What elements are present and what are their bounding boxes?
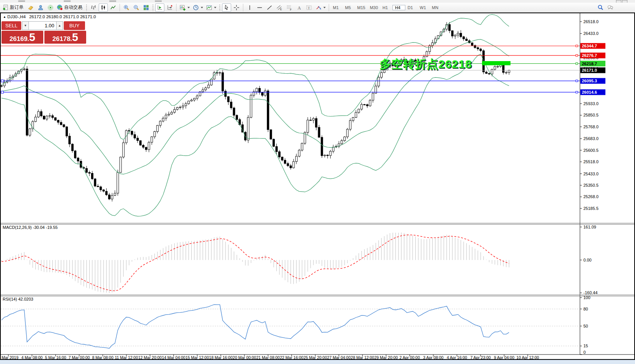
new-chart-dropdown[interactable] [178, 3, 191, 12]
crosshair-button[interactable] [232, 3, 241, 12]
svg-text:4 Apr 16:00: 4 Apr 16:00 [447, 355, 467, 359]
svg-text:14 Mar 04:00: 14 Mar 04:00 [162, 355, 185, 359]
annotation-text[interactable]: 多空转折点26218 [380, 57, 472, 72]
clipped-menu-row [0, 0, 635, 3]
auto-scroll-icon [157, 5, 163, 11]
line-chart-button[interactable] [109, 3, 118, 12]
bid-price[interactable]: 26169 . 5 [2, 31, 43, 44]
periodicity-dropdown[interactable] [192, 3, 204, 12]
svg-text:26171.0: 26171.0 [582, 68, 597, 72]
timeframe-w1-button[interactable]: W1 [418, 5, 430, 10]
svg-text:A: A [298, 5, 301, 10]
svg-text:26095.3: 26095.3 [582, 79, 597, 83]
fibonacci-button[interactable]: F [285, 3, 294, 12]
zoom-in-button[interactable] [122, 3, 131, 12]
dropdown-caret-icon [201, 7, 203, 8]
svg-text:26218.7: 26218.7 [582, 61, 597, 66]
toolbar-drag-handle[interactable] [219, 4, 221, 11]
text-button[interactable]: A [295, 3, 304, 12]
signals-button[interactable] [46, 3, 55, 12]
templates-dropdown[interactable] [205, 3, 217, 12]
tile-windows-button[interactable] [142, 3, 151, 12]
volume-decrease-button[interactable]: ▼ [22, 21, 29, 30]
timeframe-h1-button[interactable]: H1 [380, 5, 392, 10]
svg-text:50: 50 [583, 324, 588, 328]
svg-text:10 Apr 12:00: 10 Apr 12:00 [517, 355, 539, 359]
timeframe-m15-button[interactable]: M15 [355, 5, 367, 10]
candlestick-chart-button[interactable] [99, 3, 108, 12]
signals-icon [47, 5, 54, 11]
toolbar-separator [176, 4, 176, 11]
svg-text:25768.0: 25768.0 [583, 124, 599, 129]
cursor-icon [224, 5, 230, 11]
sell-button[interactable]: SELL [2, 21, 21, 30]
timeframe-h4-button[interactable]: H4 [392, 5, 405, 10]
chart-shift-button[interactable] [165, 3, 174, 12]
chart-canvas[interactable]: 26518.026433.026260.026183.025933.025850… [1, 13, 634, 359]
timeframe-group: M1M5M15M30H1H4D1W1MN [331, 5, 442, 10]
horizontal-line-button[interactable] [255, 3, 264, 12]
rsi-panel-layer: 1008050150 [1, 295, 590, 355]
cursor-button[interactable] [222, 3, 231, 12]
arrows-dropdown[interactable] [314, 3, 327, 12]
svg-text:25600.5: 25600.5 [583, 148, 599, 153]
vertical-line-icon [247, 5, 253, 11]
autotrading-button[interactable]: 自动交易 [56, 3, 84, 12]
market-watch-button[interactable] [26, 3, 35, 12]
zoom-out-icon [133, 5, 139, 11]
chat-button[interactable] [606, 3, 615, 12]
svg-text:21 Mar 08:00: 21 Mar 08:00 [256, 355, 280, 359]
dropdown-caret-icon [188, 7, 190, 8]
toolbar-right-group [596, 3, 635, 12]
volume-increase-button[interactable]: ▲ [56, 21, 63, 30]
auto-scroll-button[interactable] [155, 3, 164, 12]
svg-text:5 Mar 16:00: 5 Mar 16:00 [45, 355, 66, 359]
svg-text:26433.0: 26433.0 [583, 31, 599, 36]
bar-chart-button[interactable] [89, 3, 98, 12]
toolbar-drag-handle[interactable] [152, 4, 154, 11]
svg-text:9 Apr 04:00: 9 Apr 04:00 [494, 355, 514, 359]
chart-title: ▲ DJ30-,H4 26172.0 26180.0 26171.0 26171… [3, 14, 96, 19]
svg-text:15 Mar 12:00: 15 Mar 12:00 [186, 355, 209, 359]
trendline-button[interactable] [265, 3, 274, 12]
search-button[interactable] [596, 3, 605, 12]
text-label-button[interactable]: T [304, 3, 314, 12]
horizontal-line-icon [257, 5, 263, 11]
toolbar-separator [120, 4, 120, 11]
svg-text:20 Mar 00:00: 20 Mar 00:00 [233, 355, 256, 359]
svg-text:26276.7: 26276.7 [582, 53, 597, 58]
toolbar-separator [243, 4, 243, 11]
svg-text:1 Mar 2019: 1 Mar 2019 [1, 355, 19, 359]
profiles-button[interactable] [36, 3, 45, 12]
candles-layer [1, 22, 510, 202]
timeframe-m5-button[interactable]: M5 [343, 5, 355, 10]
svg-text:15: 15 [583, 344, 588, 348]
svg-text:12 Mar 20:00: 12 Mar 20:00 [138, 355, 162, 359]
svg-text:4 Mar 08:00: 4 Mar 08:00 [21, 355, 43, 359]
svg-text:26344.7: 26344.7 [582, 44, 597, 48]
ask-int: 26178 [52, 33, 70, 45]
profiles-icon [38, 5, 44, 11]
buy-button[interactable]: BUY [64, 21, 85, 30]
timeframe-mn-button[interactable]: MN [430, 5, 442, 10]
svg-text:7 Apr 23:00: 7 Apr 23:00 [470, 355, 491, 359]
timeframe-d1-button[interactable]: D1 [405, 5, 418, 10]
svg-text:18 Mar 16:00: 18 Mar 16:00 [209, 355, 233, 359]
timeframe-m1-button[interactable]: M1 [331, 5, 343, 10]
ask-price[interactable]: 26178 . 5 [44, 31, 86, 44]
svg-text:11 Mar 12:00: 11 Mar 12:00 [115, 355, 138, 359]
volume-input[interactable] [29, 21, 56, 30]
new-order-icon [3, 5, 9, 11]
new-order-button[interactable]: 新订单 [2, 3, 25, 12]
macd-indicator-label: MACD(12,26,9) -30.04 -19.55 [3, 225, 58, 230]
collapse-arrow-icon[interactable]: ▲ [3, 15, 6, 19]
line-chart-icon [110, 5, 116, 11]
timeframe-m30-button[interactable]: M30 [367, 5, 380, 10]
vertical-line-button[interactable] [245, 3, 254, 12]
zoom-out-button[interactable] [132, 3, 141, 12]
market-watch-icon [28, 5, 34, 11]
toolbar-drag-handle[interactable] [86, 4, 87, 11]
equidistant-channel-button[interactable]: E [275, 3, 284, 12]
time-axis-layer: 1 Mar 20194 Mar 08:005 Mar 16:007 Mar 00… [1, 355, 539, 359]
application-window: 新订单 自动交易 [0, 0, 635, 364]
